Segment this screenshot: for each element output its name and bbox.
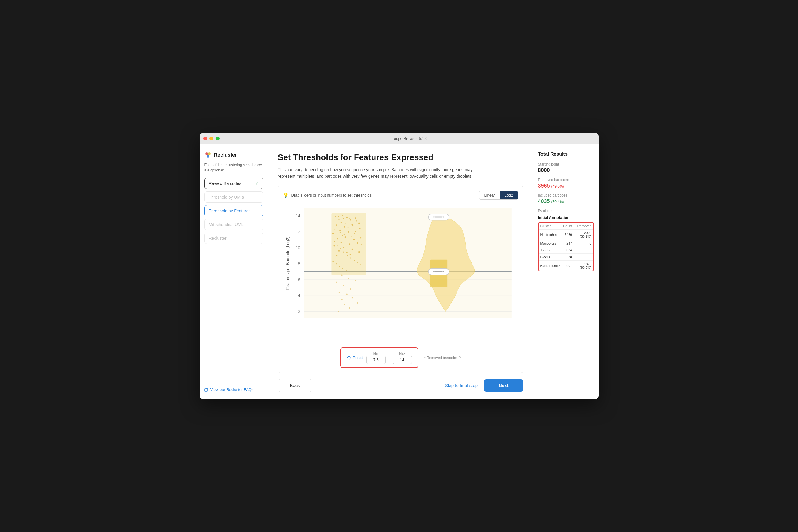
svg-point-78 [344,234,344,235]
titlebar: Loupe Browser 5.1.0 [200,133,599,144]
svg-point-93 [332,261,333,262]
chart-area: 2 4 6 8 10 12 14 Features per Barcode (L… [283,203,519,344]
table-row: Background? 1901 1875 (98.6%) [539,261,593,271]
removed-label-text: * Removed barcodes [424,356,458,360]
cell-cluster: Background? [539,261,562,271]
svg-rect-23 [331,213,366,275]
svg-point-41 [353,239,355,240]
sidebar-nav: Review Barcodes ✓ Threshold by UMIs Thre… [204,178,263,244]
min-input[interactable] [366,356,385,364]
svg-point-59 [349,288,351,290]
svg-point-85 [337,245,338,245]
svg-point-44 [349,243,350,245]
svg-point-97 [346,270,346,271]
svg-point-53 [349,254,351,255]
svg-point-65 [344,304,345,305]
svg-point-51 [358,251,360,253]
included-value: 4035 (50.4%) [538,198,594,205]
cell-removed: 0 [574,254,593,261]
max-label: Max [399,352,405,355]
removed-count: 3965 [538,183,550,189]
removed-barcodes-label: * Removed barcodes ? [424,356,461,360]
svg-point-92 [360,264,361,265]
nav-item-label: Mitochondrial UMIs [209,222,245,227]
cell-count: 1901 [561,261,574,271]
svg-point-90 [353,260,355,261]
sidebar-item-threshold-umis[interactable]: Threshold by UMIs [204,191,263,203]
svg-point-68 [335,216,336,217]
next-button[interactable]: Next [484,379,523,392]
scale-log2-button[interactable]: Log2 [500,191,518,199]
svg-point-73 [352,225,353,226]
sidebar-item-review-barcodes[interactable]: Review Barcodes ✓ [204,178,263,189]
svg-point-37 [355,230,356,232]
table-row: T cells 334 0 [539,247,593,254]
svg-point-57 [355,280,356,281]
close-button[interactable] [203,137,207,140]
svg-point-61 [346,293,348,295]
max-input[interactable] [393,356,412,364]
nav-item-label: Threshold by Features [209,208,251,213]
sidebar-item-mitochondrial-umis[interactable]: Mitochondrial UMIs [204,219,263,230]
svg-point-60 [339,292,340,293]
svg-point-34 [339,230,341,231]
sidebar-item-recluster[interactable]: Recluster [204,233,263,244]
svg-text:4: 4 [298,293,300,298]
included-label: Included barcodes [538,193,594,197]
scale-linear-button[interactable]: Linear [479,191,500,199]
sidebar: Recluster Each of the reclustering steps… [200,144,268,399]
svg-point-79 [347,227,348,228]
by-cluster-label: By cluster [538,209,594,213]
results-title: Total Results [538,151,594,157]
sidebar-description: Each of the reclustering steps below are… [204,162,263,173]
cluster-table: Cluster Count Removed Neutrophils 5480 2… [539,223,593,271]
reset-button[interactable]: Reset [347,356,363,360]
svg-point-88 [347,255,348,256]
col-removed: Removed [574,223,593,230]
svg-point-69 [339,219,339,220]
right-actions: Skip to final step Next [445,379,523,392]
skip-button[interactable]: Skip to final step [445,383,478,388]
svg-point-48 [351,248,353,250]
threshold-range: Min – Max [366,352,412,364]
back-button[interactable]: Back [278,379,312,392]
col-cluster: Cluster [539,223,562,230]
sidebar-item-threshold-features[interactable]: Threshold by Features [204,205,263,216]
cell-count: 334 [561,247,574,254]
table-header-row: Cluster Count Removed [539,223,593,230]
check-icon: ✓ [255,181,259,186]
svg-point-36 [332,233,334,234]
help-icon[interactable]: ? [459,356,461,360]
nav-item-label: Recluster [209,236,226,241]
main-content: Recluster Each of the reclustering steps… [200,144,599,399]
cell-removed: 1875 (98.6%) [574,261,593,271]
faq-link[interactable]: View our Recluster FAQs [204,387,263,392]
svg-text:Features per Barcode (Log2): Features per Barcode (Log2) [285,236,290,290]
svg-point-30 [336,224,337,226]
svg-point-43 [340,242,342,243]
svg-text:12: 12 [295,229,300,234]
svg-point-95 [339,266,340,267]
maximize-button[interactable] [216,137,220,140]
cell-removed: 0 [574,247,593,254]
cell-count: 247 [561,240,574,247]
app-window: Loupe Browser 5.1.0 Recluster Each of th… [200,133,599,399]
cell-cluster: Neutrophils [539,230,562,240]
minimize-button[interactable] [210,137,213,140]
svg-point-81 [354,233,355,234]
svg-point-64 [357,302,358,304]
svg-point-70 [342,215,343,215]
svg-point-2 [206,155,210,158]
svg-text:2: 2 [298,309,300,314]
svg-point-32 [351,224,353,225]
svg-point-91 [357,262,358,263]
svg-point-74 [356,221,357,221]
range-dash: – [388,359,391,364]
removed-label: Removed barcodes [538,178,594,182]
cluster-table-wrapper: Cluster Count Removed Neutrophils 5480 2… [538,222,594,271]
chart-toolbar: 💡 Drag sliders or input numbers to set t… [283,191,519,200]
page-description: This can vary depending on how you seque… [278,166,481,180]
svg-point-58 [343,285,344,286]
svg-point-45 [333,245,335,247]
svg-point-84 [333,241,334,242]
